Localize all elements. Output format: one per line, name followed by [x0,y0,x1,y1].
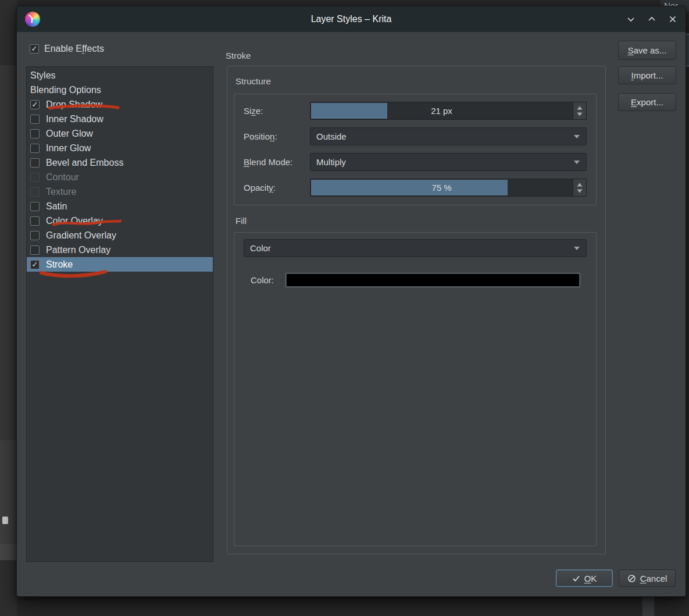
spin-down-icon [577,189,583,193]
close-icon [668,15,677,24]
styles-list-item-bevel-and-emboss[interactable]: Bevel and Emboss [27,155,213,170]
fill-type-value: Color [250,243,271,253]
chevron-down-icon [626,15,636,24]
export-label: Export... [631,97,663,107]
style-label: Styles [30,70,56,81]
styles-list-item-texture: Texture [27,184,213,199]
style-label: Contour [46,172,79,183]
style-checkbox[interactable]: ✓ [30,100,40,109]
size-value: 21 px [310,102,573,119]
minimize-button[interactable] [624,12,638,26]
blend-mode-value: Multiply [316,157,346,167]
check-icon [572,575,580,582]
style-label: Satin [46,201,67,212]
styles-list-item-outer-glow[interactable]: Outer Glow [27,126,213,141]
styles-list-item-blending-options[interactable]: Blending Options [27,83,213,97]
blend-mode-dropdown[interactable]: Multiply [310,153,587,171]
styles-list-item-satin[interactable]: Satin [27,199,213,213]
cancel-icon [627,574,636,583]
style-checkbox[interactable] [30,216,40,226]
style-label: Inner Glow [46,143,91,154]
background-docker-strip-lower [0,440,17,544]
ok-label: OK [584,574,597,583]
style-label: Color Overlay [46,216,103,226]
opacity-spin-buttons[interactable] [573,179,586,196]
styles-list-item-inner-glow[interactable]: Inner Glow [27,141,213,155]
styles-list[interactable]: StylesBlending Options✓Drop ShadowInner … [26,66,213,562]
enable-effects-checkbox[interactable]: ✓ [30,44,39,54]
style-checkbox[interactable] [30,129,40,138]
styles-list-item-pattern-overlay[interactable]: Pattern Overlay [27,243,213,257]
style-label: Blending Options [30,85,101,95]
save-as-label: Save as... [628,45,667,55]
style-checkbox [30,187,40,197]
cancel-button[interactable]: Cancel [619,569,676,587]
style-checkbox[interactable] [30,245,40,255]
styles-list-item-color-overlay[interactable]: Color Overlay [27,213,213,228]
import-label: Import... [631,70,663,80]
opacity-slider-track[interactable]: 75 % [310,179,573,196]
blend-mode-label: Blend Mode: [244,153,292,171]
screen: Nor Layer Styles – Krita [0,0,689,616]
background-scrollbar-fragment [642,597,655,616]
window-title: Layer Styles – Krita [17,6,686,32]
opacity-slider-spinbox[interactable]: 75 % [310,179,587,197]
position-label: Position: [244,127,277,145]
fill-color-swatch[interactable] [285,273,580,287]
enable-effects-row[interactable]: ✓ Enable Effects [30,44,104,54]
size-slider-track[interactable]: 21 px [310,102,573,119]
style-checkbox[interactable] [30,144,40,153]
opacity-label: Opacity: [244,179,276,197]
spin-up-icon [577,106,583,110]
size-slider-spinbox[interactable]: 21 px [310,102,587,120]
style-label: Pattern Overlay [46,245,110,255]
import-button[interactable]: Import... [618,66,676,84]
enable-effects-label: Enable Effects [44,44,104,54]
size-label: Size: [244,102,263,120]
dropdown-arrow-icon [574,247,580,250]
dropdown-arrow-icon [574,135,580,138]
styles-list-item-styles[interactable]: Styles [27,68,213,83]
spin-up-icon [577,183,583,187]
style-label: Texture [46,187,76,197]
ok-button[interactable]: OK [556,569,613,587]
styles-list-item-contour: Contour [27,170,213,184]
style-label: Gradient Overlay [46,230,116,241]
save-as-button[interactable]: Save as... [618,41,676,60]
style-label: Outer Glow [46,129,93,139]
panel-title: Stroke [226,51,251,60]
opacity-value: 75 % [310,179,573,196]
background-docker-strip [0,65,17,440]
background-tool-icon [2,517,8,524]
style-checkbox [30,173,40,182]
fill-color-label: Color: [251,271,274,289]
style-checkbox[interactable] [30,231,40,240]
style-label: Inner Shadow [46,114,103,124]
size-spin-buttons[interactable] [573,102,586,119]
position-value: Outside [316,131,347,141]
dropdown-arrow-icon [574,161,580,164]
style-label: Stroke [46,259,73,270]
maximize-button[interactable] [645,12,659,26]
titlebar[interactable]: Layer Styles – Krita [17,6,686,32]
fill-type-dropdown[interactable]: Color [244,239,587,257]
position-dropdown[interactable]: Outside [310,127,587,145]
chevron-up-icon [647,15,656,24]
style-label: Drop Shadow [46,99,102,110]
styles-list-item-drop-shadow[interactable]: ✓Drop Shadow [27,97,213,112]
style-checkbox[interactable] [30,115,40,124]
cancel-label: Cancel [640,574,667,583]
style-checkbox[interactable]: ✓ [30,260,40,269]
styles-list-item-inner-shadow[interactable]: Inner Shadow [27,112,213,126]
styles-list-item-stroke[interactable]: ✓Stroke [27,257,213,272]
style-checkbox[interactable] [30,202,40,211]
style-label: Bevel and Emboss [46,158,123,168]
spin-down-icon [577,112,583,116]
fill-heading: Fill [235,216,247,226]
structure-heading: Structure [235,76,271,86]
layer-styles-dialog: Layer Styles – Krita [16,6,686,597]
close-button[interactable] [666,12,680,26]
export-button[interactable]: Export... [618,93,676,111]
styles-list-item-gradient-overlay[interactable]: Gradient Overlay [27,228,213,243]
style-checkbox[interactable] [30,158,40,168]
